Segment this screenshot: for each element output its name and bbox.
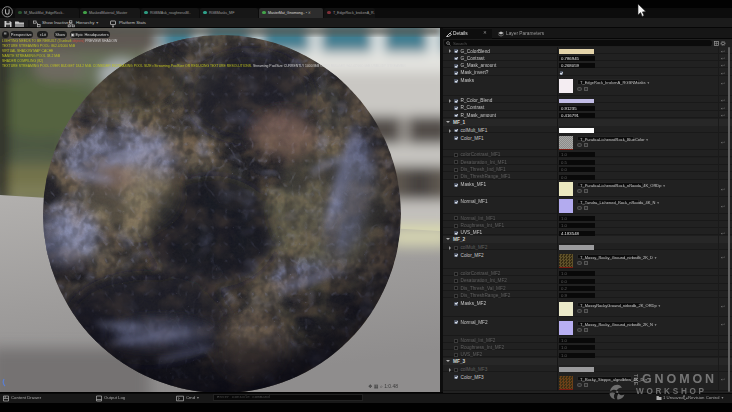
svg-text:❖ ▦ ⌕ 1:0.48: ❖ ▦ ⌕ 1:0.48 (368, 383, 398, 389)
